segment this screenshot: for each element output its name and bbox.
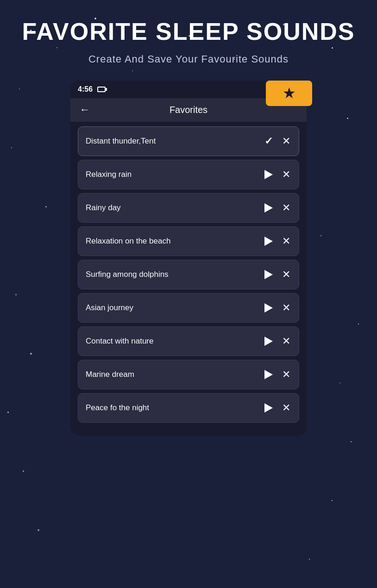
play-icon [264,203,273,213]
favorite-item: Asian journey ✕ [78,293,299,323]
item-name: Contact with nature [86,337,264,346]
favorites-list: Distant thunder,Tent ✓ ✕ Relaxing rain [70,122,307,436]
favorite-item: Marine dream ✕ [78,360,299,389]
delete-button[interactable]: ✕ [281,369,291,381]
item-name: Marine dream [86,370,264,379]
item-actions: ✕ [264,369,291,381]
item-actions: ✕ [264,235,291,247]
delete-button[interactable]: ✕ [281,135,291,147]
item-actions: ✕ [264,169,291,181]
star-badge[interactable]: ★ [266,81,312,106]
check-icon: ✓ [264,136,273,146]
play-button[interactable] [264,369,274,380]
close-icon: ✕ [282,369,290,380]
item-actions: ✕ [264,202,291,214]
play-button[interactable] [264,302,274,313]
play-icon [264,303,273,313]
play-button[interactable] [264,236,274,247]
item-name: Peace fo the night [86,403,264,413]
page-title: FAVORITE SLEEP SOUNDS [19,19,358,45]
item-actions: ✕ [264,335,291,347]
phone-frame: 4:56 ← Favorites Distant thunder,Tent ✓ … [70,81,307,436]
play-icon [264,370,273,379]
play-button[interactable] [264,169,274,180]
battery-icon [97,87,106,92]
app-header-title: Favorites [170,105,207,115]
page-header: FAVORITE SLEEP SOUNDS Create and save yo… [0,0,377,76]
star-icon: ★ [283,84,296,102]
play-button[interactable] [264,336,274,347]
close-icon: ✕ [282,236,290,246]
close-icon: ✕ [282,336,290,346]
item-actions: ✕ [264,402,291,414]
play-icon [264,170,273,179]
favorite-item: Distant thunder,Tent ✓ ✕ [78,126,299,156]
item-name: Asian journey [86,303,264,313]
favorite-item: Rainy day ✕ [78,193,299,223]
play-icon [264,270,273,279]
back-button[interactable]: ← [80,105,90,115]
favorite-item: Relaxing rain ✕ [78,160,299,189]
favorite-item: Peace fo the night ✕ [78,393,299,423]
close-icon: ✕ [282,403,290,413]
close-icon: ✕ [282,169,290,180]
page-subtitle: Create and save your favourite sounds [19,52,358,67]
item-name: Distant thunder,Tent [86,137,264,146]
item-actions: ✕ [264,302,291,314]
item-name: Rainy day [86,203,264,213]
delete-button[interactable]: ✕ [281,169,291,181]
close-icon: ✕ [282,269,290,280]
delete-button[interactable]: ✕ [281,235,291,247]
play-button[interactable] [264,269,274,280]
favorite-item: Surfing among dolphins ✕ [78,260,299,289]
favorite-item: Contact with nature ✕ [78,326,299,356]
play-icon [264,403,273,413]
play-button[interactable] [264,402,274,413]
item-actions: ✕ [264,269,291,281]
delete-button[interactable]: ✕ [281,335,291,347]
item-name: Surfing among dolphins [86,270,264,279]
delete-button[interactable]: ✕ [281,269,291,281]
play-button[interactable] [264,202,274,213]
close-icon: ✕ [282,303,290,313]
close-icon: ✕ [282,136,290,146]
play-icon [264,337,273,346]
delete-button[interactable]: ✕ [281,302,291,314]
phone-wrapper: ★ 4:56 ← Favorites Distant thunder,Tent … [0,81,377,436]
item-actions: ✓ ✕ [264,135,291,147]
close-icon: ✕ [282,203,290,213]
favorite-item: Relaxation on the beach ✕ [78,226,299,256]
confirm-button[interactable]: ✓ [264,135,274,147]
item-name: Relaxing rain [86,170,264,179]
play-icon [264,237,273,246]
delete-button[interactable]: ✕ [281,202,291,214]
delete-button[interactable]: ✕ [281,402,291,414]
status-time: 4:56 [78,85,93,94]
item-name: Relaxation on the beach [86,237,264,246]
